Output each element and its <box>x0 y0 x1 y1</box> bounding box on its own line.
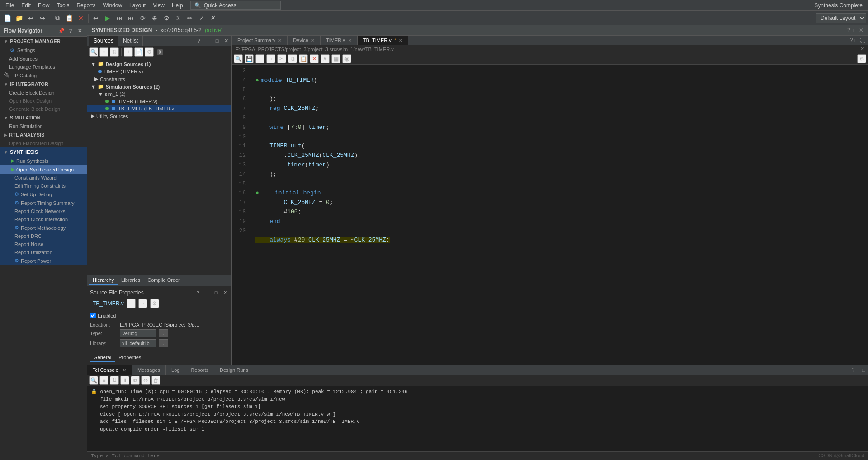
editor-fullscreen-icon[interactable]: ⛶ <box>860 37 865 43</box>
nav-ip-integrator-header[interactable]: ▼ IP INTEGRATOR <box>0 80 87 89</box>
sources-help-icon[interactable]: ? <box>195 37 203 44</box>
tab-tcl-console[interactable]: Tcl Console ✕ <box>87 365 132 375</box>
tab-project-summary[interactable]: Project Summary ✕ <box>232 36 288 45</box>
nav-rtl-header[interactable]: ▶ RTL ANALYSIS <box>0 130 87 139</box>
tab-compile-order[interactable]: Compile Order <box>144 276 184 285</box>
tab-project-summary-close[interactable]: ✕ <box>278 38 282 43</box>
code-editor[interactable]: 3 4 5 6 7 8 9 10 11 12 13 14 15 16 <box>232 65 868 365</box>
tcl-help-icon[interactable]: ? <box>852 367 855 373</box>
nav-item-open-block-design[interactable]: Open Block Design <box>0 97 87 105</box>
tcl-command-input[interactable] <box>91 453 864 459</box>
tab-timer-v[interactable]: TIMER.v ✕ <box>321 36 358 45</box>
ed-cut-btn[interactable]: ✂ <box>277 54 286 63</box>
props-tab-general[interactable]: General <box>90 353 115 362</box>
tab-sources[interactable]: Sources <box>89 36 118 46</box>
tcl-console-close[interactable]: ✕ <box>123 368 126 373</box>
nav-synthesis-header[interactable]: ▼ SYNTHESIS <box>0 147 87 156</box>
tb-edit-btn[interactable]: ✏ <box>184 13 195 24</box>
sources-add-btn[interactable]: + <box>124 47 133 57</box>
ed-save-btn[interactable]: 💾 <box>245 54 254 63</box>
tcl-sort-btn[interactable]: ≡ <box>99 376 108 385</box>
nav-item-add-sources[interactable]: Add Sources <box>0 55 87 63</box>
editor-close-path-icon[interactable]: ✕ <box>860 46 864 52</box>
ed-fwd-btn[interactable]: → <box>266 54 275 63</box>
sources-max-icon[interactable]: □ <box>213 37 221 44</box>
sources-close-icon[interactable]: ✕ <box>222 37 230 44</box>
code-content[interactable]: ●module TB_TIMER( ); reg CLK_25MHZ; wire… <box>250 65 868 365</box>
prop-library-input[interactable] <box>120 339 156 347</box>
flow-nav-pin-icon[interactable]: 📌 <box>58 27 65 34</box>
nav-item-report-clock-networks[interactable]: Report Clock Networks <box>0 207 87 215</box>
ed-delete-btn[interactable]: ✕ <box>310 54 319 63</box>
nav-item-run-simulation[interactable]: Run Simulation <box>0 122 87 130</box>
nav-item-report-methodology[interactable]: ⚙ Report Methodology <box>0 223 87 232</box>
nav-item-run-synthesis[interactable]: ▶ Run Synthesis <box>0 156 87 165</box>
src-props-fwd-btn[interactable]: → <box>138 299 147 308</box>
nav-item-setup-debug[interactable]: ⚙ Set Up Debug <box>0 190 87 199</box>
tcl-pause-btn[interactable]: ⏸ <box>120 376 129 385</box>
tree-timer-item[interactable]: TIMER (TIMER.v) <box>87 68 231 75</box>
editor-help-icon[interactable]: ? <box>850 37 853 43</box>
sources-file-btn[interactable]: 📄 <box>134 47 143 57</box>
flow-nav-close-icon[interactable]: ✕ <box>76 27 83 34</box>
tb-settings-btn[interactable]: ⚙ <box>161 13 172 24</box>
menu-layout[interactable]: Layout <box>126 1 149 9</box>
tab-timer-close[interactable]: ✕ <box>348 38 352 43</box>
prop-type-btn[interactable]: ... <box>159 329 168 337</box>
prop-type-input[interactable] <box>120 329 156 337</box>
menu-flow[interactable]: Flow <box>34 1 53 9</box>
menu-edit[interactable]: Edit <box>18 1 34 9</box>
src-props-min-icon[interactable]: ─ <box>203 289 211 296</box>
nav-item-open-elab-design[interactable]: Open Elaborated Design <box>0 139 87 147</box>
tb-undo2-btn[interactable]: ↩ <box>90 13 101 24</box>
layout-select[interactable]: Default Layout <box>816 13 866 23</box>
nav-item-language-templates[interactable]: Language Templates <box>0 63 87 71</box>
ed-table-btn[interactable]: ▦ <box>331 54 340 63</box>
tcl-search-btn[interactable]: 🔍 <box>89 376 98 385</box>
menu-view[interactable]: View <box>149 1 168 9</box>
tab-device[interactable]: Device ✕ <box>288 36 321 45</box>
nav-item-report-timing[interactable]: ⚙ Report Timing Summary <box>0 199 87 207</box>
flow-nav-help-icon[interactable]: ? <box>67 27 74 34</box>
tb-run-btn[interactable]: ▶ <box>102 13 113 24</box>
src-props-help-icon[interactable]: ? <box>194 289 202 296</box>
tb-copy-btn[interactable]: ⧉ <box>52 13 63 24</box>
tab-design-runs[interactable]: Design Runs <box>214 365 254 375</box>
sources-min-icon[interactable]: ─ <box>204 37 212 44</box>
ed-back-btn[interactable]: ← <box>255 54 264 63</box>
src-props-enabled-row[interactable]: Enabled <box>90 313 229 318</box>
nav-item-report-drc[interactable]: Report DRC <box>0 232 87 240</box>
tcl-copy-btn[interactable]: ⧉ <box>131 376 140 385</box>
nav-item-open-synth-design[interactable]: ▶ Open Synthesized Design <box>0 165 87 174</box>
tab-netlist[interactable]: Netlist <box>118 36 143 46</box>
quickaccess-bar[interactable]: 🔍 Quick Access <box>190 1 281 10</box>
sources-settings-btn[interactable]: ⚙ <box>145 47 154 57</box>
tree-constraints[interactable]: ▶ Constraints <box>87 75 231 83</box>
nav-item-generate-block-design[interactable]: Generate Block Design <box>0 105 87 113</box>
ed-paste-btn[interactable]: 📋 <box>299 54 308 63</box>
src-props-max-icon[interactable]: □ <box>212 289 220 296</box>
synth-close-icon[interactable]: ✕ <box>859 27 863 33</box>
tb-reset-btn[interactable]: ⟳ <box>137 13 148 24</box>
nav-item-constraints-wizard[interactable]: Constraints Wizard <box>0 174 87 182</box>
src-props-close-icon[interactable]: ✕ <box>222 289 229 296</box>
tcl-expand-btn[interactable]: ⇔ <box>141 376 150 385</box>
tab-device-close[interactable]: ✕ <box>311 38 315 43</box>
tree-tb-timer[interactable]: TB_TIMER (TB_TIMER.v) <box>87 105 231 112</box>
tb-paste-btn[interactable]: 📋 <box>64 13 75 24</box>
tree-sim1-folder[interactable]: ▼ sim_1 (2) <box>87 90 231 98</box>
menu-window[interactable]: Window <box>99 1 126 9</box>
tree-utility-sources[interactable]: ▶ Utility Sources <box>87 112 231 120</box>
tb-check-btn[interactable]: ✓ <box>196 13 207 24</box>
tb-open-btn[interactable]: 📁 <box>14 13 24 24</box>
tab-reports[interactable]: Reports <box>185 365 214 375</box>
ed-debug-btn[interactable]: ◉ <box>342 54 351 63</box>
tree-sim-sources[interactable]: ▼ 📁 Simulation Sources (2) <box>87 83 231 90</box>
ed-search-btn[interactable]: 🔍 <box>234 54 243 63</box>
tab-libraries[interactable]: Libraries <box>118 276 144 285</box>
tb-cancel-btn[interactable]: ✕ <box>75 13 86 24</box>
ed-copy-btn[interactable]: ⧉ <box>288 54 297 63</box>
nav-item-create-block-design[interactable]: Create Block Design <box>0 89 87 97</box>
nav-item-report-clock-interaction[interactable]: Report Clock Interaction <box>0 215 87 223</box>
prop-library-btn[interactable]: ... <box>159 339 168 347</box>
